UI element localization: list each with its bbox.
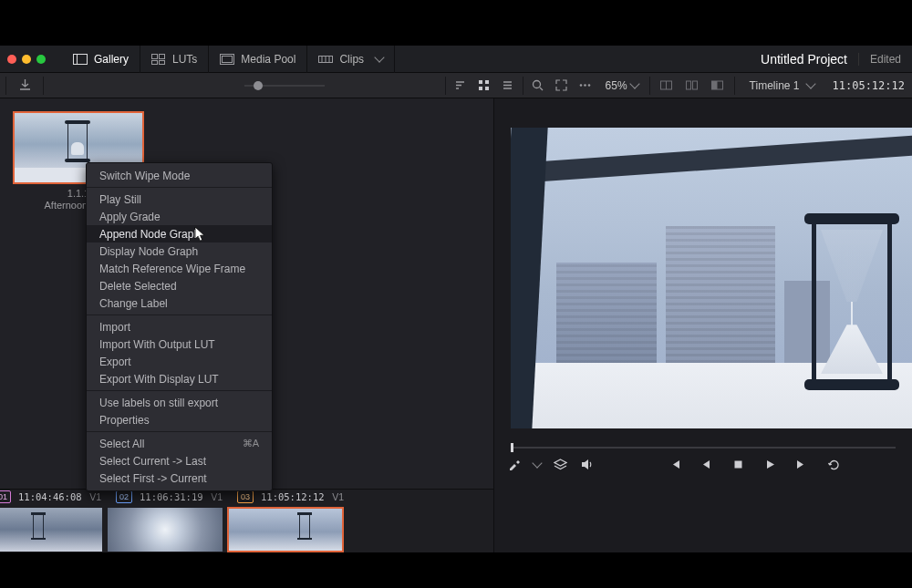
- svg-rect-13: [485, 80, 489, 84]
- cm-select-all-label: Select All: [99, 438, 144, 450]
- grid-icon: [477, 78, 491, 92]
- cm-match-reference-wipe[interactable]: Match Reference Wipe Frame: [87, 260, 272, 277]
- split-icon: [685, 78, 699, 92]
- cm-export[interactable]: Export: [87, 353, 272, 370]
- playhead[interactable]: [511, 443, 513, 452]
- close-window-button[interactable]: [7, 55, 16, 64]
- chevron-down-icon: [374, 52, 384, 62]
- tab-media-pool[interactable]: Media Pool: [209, 46, 307, 73]
- zoom-window-button[interactable]: [36, 55, 46, 64]
- timeline-selector-label: Timeline 1: [750, 79, 800, 92]
- viewer-scrub-bar[interactable]: [507, 441, 899, 454]
- clip-timecode: 11:05:12:12: [261, 491, 325, 502]
- view-grid-button[interactable]: [473, 75, 495, 97]
- clip-number-badge: 01: [0, 490, 11, 503]
- svg-line-17: [540, 88, 543, 90]
- minimize-window-button[interactable]: [22, 55, 31, 64]
- svg-point-20: [588, 84, 591, 87]
- cm-apply-grade[interactable]: Apply Grade: [87, 208, 272, 225]
- cm-display-node-graph[interactable]: Display Node Graph: [87, 242, 272, 260]
- cm-export-with-display-lut[interactable]: Export With Display LUT: [87, 370, 272, 387]
- svg-rect-12: [479, 80, 482, 84]
- clip-thumbnail-strip: 01 11:04:46:08 V1 02 11:06:31:19 V1 03 1…: [0, 489, 493, 552]
- luts-icon: [151, 54, 166, 65]
- hourglass-subject: [814, 215, 890, 388]
- cm-select-current-to-last[interactable]: Select Current -> Last: [87, 452, 272, 469]
- cm-use-labels-on-still-export[interactable]: Use labels on still export: [87, 394, 272, 411]
- search-icon: [531, 78, 544, 92]
- cm-switch-wipe-mode[interactable]: Switch Wipe Mode: [87, 167, 272, 184]
- list-icon: [501, 78, 514, 92]
- cm-select-first-to-current[interactable]: Select First -> Current: [87, 469, 272, 487]
- expand-icon: [554, 78, 568, 92]
- cm-select-all[interactable]: Select All ⌘A: [87, 435, 272, 452]
- cm-delete-selected[interactable]: Delete Selected: [87, 277, 272, 294]
- svg-rect-14: [479, 87, 482, 90]
- cm-append-node-graph[interactable]: Append Node Graph: [87, 225, 272, 242]
- view-list-button[interactable]: [497, 75, 519, 97]
- svg-rect-2: [152, 54, 158, 58]
- clip-thumbnail[interactable]: [228, 508, 343, 552]
- search-button[interactable]: [527, 75, 549, 97]
- clip-timecode: 11:04:46:08: [18, 491, 82, 502]
- letterbox-top: [0, 0, 912, 46]
- expand-button[interactable]: [551, 75, 573, 97]
- viewer-timecode[interactable]: 11:05:12:12: [827, 79, 910, 92]
- color-picker-icon[interactable]: [507, 458, 521, 471]
- tab-gallery[interactable]: Gallery: [62, 46, 140, 73]
- tab-media-pool-label: Media Pool: [241, 53, 295, 66]
- svg-rect-1: [74, 54, 78, 64]
- tab-luts[interactable]: LUTs: [140, 46, 209, 73]
- more-icon: [578, 78, 592, 92]
- sort-button[interactable]: [450, 75, 472, 97]
- cm-import-with-output-lut[interactable]: Import With Output LUT: [87, 335, 272, 353]
- loop-icon[interactable]: [827, 458, 841, 471]
- play-icon[interactable]: [763, 458, 777, 471]
- clip-thumbnail[interactable]: [108, 508, 223, 552]
- tab-clips-label: Clips: [339, 53, 364, 66]
- clip-track-label: V1: [211, 491, 223, 502]
- svg-point-19: [584, 84, 586, 87]
- chevron-down-icon: [629, 78, 639, 88]
- viewer-zoom-dropdown[interactable]: 65%: [600, 79, 644, 92]
- cm-properties[interactable]: Properties: [87, 411, 272, 428]
- svg-rect-24: [693, 81, 698, 89]
- svg-rect-5: [160, 60, 165, 64]
- window-traffic-lights: [7, 55, 46, 64]
- image-wipe-button[interactable]: [656, 75, 678, 97]
- viewer-image[interactable]: [511, 128, 912, 428]
- wipe-icon: [659, 78, 673, 92]
- still-export-button[interactable]: [14, 75, 36, 97]
- speaker-icon[interactable]: [580, 458, 594, 471]
- highlight-button[interactable]: [707, 75, 729, 97]
- clips-icon: [318, 54, 333, 65]
- project-title: Untitled Project: [761, 52, 858, 67]
- svg-rect-27: [734, 461, 741, 469]
- tab-clips[interactable]: Clips: [307, 46, 395, 73]
- svg-point-16: [534, 81, 541, 88]
- svg-rect-0: [74, 54, 88, 64]
- clip-number-badge: 02: [116, 490, 132, 503]
- cm-play-still[interactable]: Play Still: [87, 191, 272, 208]
- viewer-zoom-value: 65%: [606, 79, 627, 92]
- clip-track-label: V1: [332, 491, 344, 502]
- timeline-selector[interactable]: Timeline 1: [741, 79, 824, 92]
- cm-import[interactable]: Import: [87, 318, 272, 335]
- layers-icon[interactable]: [554, 458, 567, 471]
- chevron-down-icon[interactable]: [532, 458, 542, 468]
- viewer-transport: [507, 441, 899, 480]
- svg-point-18: [580, 84, 583, 87]
- step-back-icon[interactable]: [700, 458, 713, 471]
- stop-icon[interactable]: [731, 458, 745, 471]
- cm-change-label[interactable]: Change Label: [87, 294, 272, 312]
- go-first-icon[interactable]: [668, 458, 681, 471]
- tab-gallery-label: Gallery: [94, 53, 129, 66]
- thumbnail-size-slider[interactable]: [244, 85, 325, 87]
- more-button[interactable]: [575, 75, 596, 97]
- go-last-icon[interactable]: [795, 458, 809, 471]
- svg-rect-26: [712, 81, 718, 89]
- export-still-icon: [18, 78, 32, 92]
- split-screen-button[interactable]: [681, 75, 703, 97]
- highlight-icon: [710, 78, 724, 92]
- clip-thumbnail[interactable]: [0, 508, 102, 552]
